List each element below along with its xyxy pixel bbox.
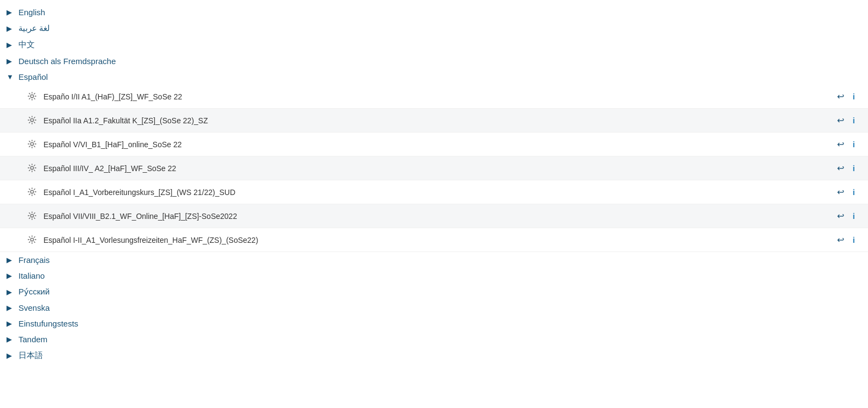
course-login-button-course6[interactable]: ↩: [835, 210, 846, 222]
language-tree: ▶English▶لغة عربية▶中文▶Deutsch als Fremds…: [0, 0, 868, 368]
course-name-course4: Español III/IV_ A2_[HaF]_WF_SoSe 22: [43, 164, 835, 173]
course-name-course7: Español I-II_A1_Vorlesungsfreizeiten_HaF…: [43, 236, 835, 244]
expand-icon: ▶: [7, 256, 15, 264]
tree-item-label-english: English: [18, 8, 45, 17]
course-actions-course2: ↩i: [835, 114, 857, 127]
course-info-button-course3[interactable]: i: [851, 139, 857, 150]
svg-point-3: [30, 166, 33, 169]
course-settings-icon: [27, 115, 38, 126]
course-name-course5: Español I_A1_Vorbereitungskurs_[ZS]_(WS …: [43, 188, 835, 197]
tree-children-espanol: Españo I/II A1_(HaF)_[ZS]_WF_SoSe 22↩i E…: [0, 85, 868, 252]
course-info-button-course5[interactable]: i: [851, 186, 857, 198]
tree-item-label-francais: Français: [18, 255, 50, 265]
course-row-course7[interactable]: Español I-II_A1_Vorlesungsfreizeiten_HaF…: [0, 228, 868, 252]
expand-icon: ▶: [7, 24, 15, 33]
tree-item-francais[interactable]: ▶Français: [0, 252, 868, 268]
course-info-button-course1[interactable]: i: [851, 91, 857, 102]
course-settings-icon: [27, 163, 38, 174]
tree-item-deutsch[interactable]: ▶Deutsch als Fremdsprache: [0, 53, 868, 69]
tree-item-chinese[interactable]: ▶中文: [0, 36, 868, 53]
expand-icon: ▶: [7, 351, 15, 360]
tree-item-arabic[interactable]: ▶لغة عربية: [0, 20, 868, 36]
tree-item-einstufungstests[interactable]: ▶Einstufungstests: [0, 316, 868, 331]
course-name-course3: Español V/VI_B1_[HaF]_online_SoSe 22: [43, 140, 835, 149]
course-actions-course3: ↩i: [835, 138, 857, 150]
svg-point-5: [30, 214, 33, 217]
course-info-button-course2[interactable]: i: [851, 115, 857, 126]
svg-point-0: [30, 95, 33, 97]
course-row-course2[interactable]: Español IIa A1.2_Fakultät K_[ZS]_(SoSe 2…: [0, 109, 868, 133]
expand-icon: ▶: [7, 304, 15, 312]
course-login-button-course7[interactable]: ↩: [835, 234, 846, 246]
expand-icon: ▶: [7, 288, 15, 296]
course-actions-course5: ↩i: [835, 186, 857, 198]
expand-icon: ▶: [7, 319, 15, 328]
course-settings-icon: [27, 139, 38, 150]
expand-icon: ▶: [7, 272, 15, 280]
tree-item-italiano[interactable]: ▶Italiano: [0, 268, 868, 284]
course-name-course1: Españo I/II A1_(HaF)_[ZS]_WF_SoSe 22: [43, 92, 835, 101]
course-name-course6: Español VII/VIII_B2.1_WF_Online_[HaF]_[Z…: [43, 212, 835, 221]
collapse-icon: ▼: [7, 73, 15, 81]
course-login-button-course3[interactable]: ↩: [835, 138, 846, 150]
course-login-button-course2[interactable]: ↩: [835, 114, 846, 127]
tree-item-japanese[interactable]: ▶日本語: [0, 347, 868, 364]
tree-item-tandem[interactable]: ▶Tandem: [0, 331, 868, 347]
tree-item-label-russian: Ру́сский: [18, 287, 49, 297]
course-actions-course4: ↩i: [835, 162, 857, 174]
svg-point-1: [30, 118, 33, 121]
tree-item-english[interactable]: ▶English: [0, 4, 868, 20]
course-settings-icon: [27, 211, 38, 222]
tree-item-label-espanol: Español: [18, 72, 48, 81]
course-row-course6[interactable]: Español VII/VIII_B2.1_WF_Online_[HaF]_[Z…: [0, 204, 868, 228]
tree-item-label-einstufungstests: Einstufungstests: [18, 319, 78, 328]
tree-item-svenska[interactable]: ▶Svenska: [0, 300, 868, 316]
tree-item-label-italiano: Italiano: [18, 271, 45, 280]
course-settings-icon: [27, 235, 38, 246]
tree-item-label-deutsch: Deutsch als Fremdsprache: [18, 57, 116, 66]
tree-item-label-chinese: 中文: [18, 40, 35, 50]
tree-item-russian[interactable]: ▶Ру́сский: [0, 284, 868, 300]
tree-item-label-japanese: 日本語: [18, 350, 43, 361]
course-settings-icon: [27, 187, 38, 198]
course-name-course2: Español IIa A1.2_Fakultät K_[ZS]_(SoSe 2…: [43, 116, 835, 125]
course-row-course4[interactable]: Español III/IV_ A2_[HaF]_WF_SoSe 22↩i: [0, 156, 868, 180]
course-login-button-course1[interactable]: ↩: [835, 90, 846, 103]
expand-icon: ▶: [7, 57, 15, 65]
course-settings-icon: [27, 91, 38, 102]
course-actions-course1: ↩i: [835, 90, 857, 103]
course-actions-course6: ↩i: [835, 210, 857, 222]
course-row-course3[interactable]: Español V/VI_B1_[HaF]_online_SoSe 22↩i: [0, 133, 868, 156]
expand-icon: ▶: [7, 335, 15, 343]
svg-point-4: [30, 190, 33, 193]
svg-point-6: [30, 238, 33, 241]
tree-item-label-arabic: لغة عربية: [18, 23, 50, 33]
expand-icon: ▶: [7, 41, 15, 49]
course-info-button-course4[interactable]: i: [851, 162, 857, 174]
tree-item-espanol[interactable]: ▼Español: [0, 69, 868, 85]
course-actions-course7: ↩i: [835, 234, 857, 246]
course-info-button-course7[interactable]: i: [851, 234, 857, 246]
course-info-button-course6[interactable]: i: [851, 210, 857, 222]
tree-item-label-svenska: Svenska: [18, 303, 50, 312]
course-row-course1[interactable]: Españo I/II A1_(HaF)_[ZS]_WF_SoSe 22↩i: [0, 85, 868, 109]
tree-item-label-tandem: Tandem: [18, 335, 47, 344]
course-login-button-course4[interactable]: ↩: [835, 162, 846, 174]
svg-point-2: [30, 142, 33, 145]
course-row-course5[interactable]: Español I_A1_Vorbereitungskurs_[ZS]_(WS …: [0, 180, 868, 204]
course-login-button-course5[interactable]: ↩: [835, 186, 846, 198]
expand-icon: ▶: [7, 8, 15, 16]
